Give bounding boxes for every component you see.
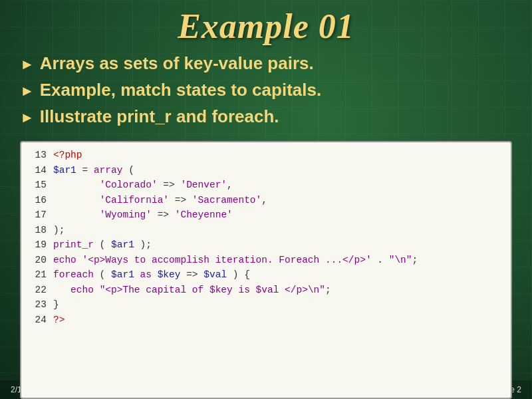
line-content: 'California' => 'Sacramento', — [53, 193, 504, 207]
bullet-arrow-2: ► — [20, 82, 35, 101]
code-line: 14$ar1 = array ( — [28, 163, 504, 178]
line-number: 24 — [28, 313, 47, 327]
line-content: 'Colorado' => 'Denver', — [53, 178, 504, 192]
code-line: 24?> — [28, 313, 504, 327]
line-number: 15 — [28, 178, 47, 192]
bullet-arrow-1: ► — [20, 55, 35, 74]
bullet-arrow-3: ► — [20, 108, 35, 128]
code-line: 17 'Wyoming' => 'Cheyenne' — [28, 207, 504, 222]
code-line: 15 'Colorado' => 'Denver', — [28, 178, 504, 192]
line-content: $ar1 = array ( — [53, 163, 504, 178]
line-content: 'Wyoming' => 'Cheyenne' — [53, 207, 504, 222]
line-number: 18 — [28, 223, 47, 237]
line-number: 22 — [28, 283, 47, 297]
code-line: 19print_r ( $ar1 ); — [28, 237, 504, 252]
code-line: 22 echo "<p>The capital of $key is $val … — [28, 283, 504, 297]
code-line: 13<?php — [28, 148, 504, 162]
line-content: ?> — [53, 313, 504, 327]
bullet-item-1: ► Arrays as sets of key-value pairs. — [20, 53, 512, 75]
line-content: foreach ( $ar1 as $key => $val ) { — [53, 267, 504, 282]
line-content: } — [53, 297, 504, 312]
bullet-item-2: ► Example, match states to capitals. — [20, 79, 512, 102]
code-line: 23} — [28, 297, 504, 312]
line-content: echo '<p>Ways to accomplish iteration. F… — [53, 253, 504, 267]
line-content: print_r ( $ar1 ); — [53, 237, 504, 252]
bullet-list: ► Arrays as sets of key-value pairs. ► E… — [20, 53, 512, 132]
code-line: 18); — [28, 223, 504, 237]
line-content: <?php — [53, 148, 504, 162]
line-number: 16 — [28, 193, 47, 207]
code-line: 21foreach ( $ar1 as $key => $val ) { — [28, 267, 504, 282]
slide-container: Example 01 ► Arrays as sets of key-value… — [0, 0, 532, 399]
line-number: 19 — [28, 237, 47, 252]
line-number: 14 — [28, 163, 47, 178]
line-content: echo "<p>The capital of $key is $val </p… — [53, 283, 504, 297]
code-line: 20echo '<p>Ways to accomplish iteration.… — [28, 253, 504, 267]
slide-title: Example 01 — [20, 7, 512, 46]
line-number: 21 — [28, 267, 47, 282]
line-content: ); — [53, 223, 504, 237]
line-number: 13 — [28, 148, 47, 162]
line-number: 20 — [28, 253, 47, 267]
code-block: 13<?php14$ar1 = array (15 'Colorado' => … — [20, 141, 512, 399]
line-number: 17 — [28, 207, 47, 222]
code-line: 16 'California' => 'Sacramento', — [28, 193, 504, 207]
bullet-item-3: ► Illustrate print_r and foreach. — [20, 106, 512, 128]
line-number: 23 — [28, 297, 47, 312]
